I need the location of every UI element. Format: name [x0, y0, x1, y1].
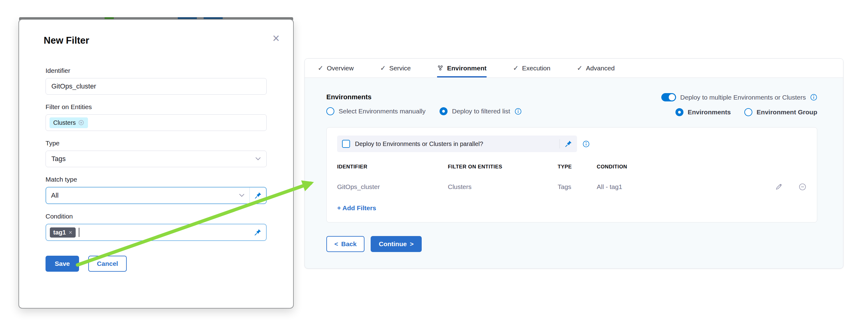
identifier-input[interactable]: GitOps_cluster [45, 78, 267, 95]
info-icon[interactable] [515, 108, 522, 115]
radio-icon[interactable] [327, 107, 334, 115]
radio-label: Select Environments manually [339, 107, 425, 115]
chevron-down-icon [255, 157, 261, 161]
filter-on-entities-input[interactable]: Clusters [45, 114, 267, 131]
tab-service[interactable]: ✓ Service [380, 59, 411, 77]
radio-label: Deploy to filtered list [452, 107, 510, 115]
radio-label: Environment Group [757, 108, 817, 116]
col-header-type: TYPE [558, 164, 597, 170]
parallel-option-bar: Deploy to Environments or Clusters in pa… [337, 135, 577, 152]
cell-entities: Clusters [448, 183, 558, 191]
chevron-down-icon [239, 194, 245, 197]
back-label: Back [341, 240, 356, 248]
radio-environment-group[interactable]: Environment Group [744, 108, 817, 116]
chevron-left-icon: < [334, 240, 338, 248]
tab-overview[interactable]: ✓ Overview [318, 59, 354, 77]
check-icon: ✓ [380, 64, 386, 72]
toggle-label: Deploy to multiple Environments or Clust… [680, 94, 806, 101]
entity-tag-label: Clusters [53, 119, 76, 126]
condition-label: Condition [45, 213, 267, 220]
check-icon: ✓ [513, 64, 519, 72]
radio-label: Environments [688, 108, 731, 116]
environment-step-panel: ✓ Overview ✓ Service Environment ✓ Execu… [305, 58, 843, 269]
type-select[interactable]: Tags [45, 151, 267, 167]
modal-title: New Filter [44, 35, 267, 46]
identifier-label: Identifier [45, 67, 267, 74]
edit-icon[interactable] [775, 183, 782, 191]
radio-icon[interactable] [744, 108, 752, 116]
environment-content: Environments Select Environments manuall… [305, 78, 843, 252]
match-type-label: Match type [45, 176, 267, 183]
condition-tag-label: tag1 [53, 229, 66, 236]
type-label: Type [45, 139, 267, 147]
identifier-group: Identifier GitOps_cluster [45, 67, 267, 95]
back-button[interactable]: < Back [327, 236, 365, 252]
radio-icon-selected[interactable] [676, 108, 683, 116]
match-type-select[interactable]: All [45, 187, 267, 204]
entity-tag[interactable]: Clusters [50, 118, 88, 128]
continue-label: Continue [379, 240, 407, 248]
tab-advanced[interactable]: ✓ Advanced [577, 59, 615, 77]
table-row[interactable]: GitOps_cluster Clusters Tags All - tag1 [337, 183, 806, 191]
col-header-identifier: IDENTIFIER [337, 164, 448, 170]
remove-tag-icon[interactable] [78, 120, 84, 126]
radio-environments[interactable]: Environments [676, 108, 731, 116]
tab-label: Environment [447, 65, 486, 72]
tab-label: Execution [522, 65, 550, 72]
pipeline-tabbar: ✓ Overview ✓ Service Environment ✓ Execu… [305, 59, 843, 78]
environments-right: Deploy to multiple Environments or Clust… [661, 93, 817, 116]
radio-icon-selected[interactable] [439, 107, 447, 115]
cell-type: Tags [558, 183, 597, 191]
save-button[interactable]: Save [45, 256, 79, 272]
identifier-value: GitOps_cluster [51, 83, 96, 90]
remove-row-icon[interactable] [799, 183, 806, 191]
screenshot-stage: × New Filter Identifier GitOps_cluster F… [0, 0, 868, 327]
tab-label: Service [389, 65, 411, 72]
chevron-right-icon: > [410, 240, 413, 248]
condition-input[interactable]: tag1 × [45, 224, 267, 241]
tab-environment[interactable]: Environment [437, 59, 486, 77]
filters-card: Deploy to Environments or Clusters in pa… [327, 127, 817, 223]
divider [559, 139, 560, 149]
modal-actions: Save Cancel [45, 256, 267, 272]
remove-tag-icon[interactable]: × [69, 229, 72, 236]
add-filters-link[interactable]: + Add Filters [337, 204, 376, 212]
filter-on-entities-label: Filter on Entities [45, 103, 267, 111]
radio-deploy-filtered[interactable]: Deploy to filtered list [439, 107, 521, 115]
cancel-button[interactable]: Cancel [88, 256, 127, 272]
match-type-value: All [51, 192, 58, 199]
type-value: Tags [51, 155, 65, 163]
parallel-checkbox[interactable] [342, 140, 350, 148]
environments-left: Environments Select Environments manuall… [327, 93, 522, 115]
col-header-entities: FILTER ON ENTITIES [448, 164, 558, 170]
tab-label: Overview [327, 65, 354, 72]
check-icon: ✓ [318, 64, 323, 72]
type-group: Type Tags [45, 139, 267, 167]
pin-icon[interactable] [249, 188, 266, 203]
text-cursor [79, 228, 80, 237]
table-header-row: IDENTIFIER FILTER ON ENTITIES TYPE CONDI… [337, 164, 806, 170]
continue-button[interactable]: Continue > [371, 236, 422, 252]
cell-identifier: GitOps_cluster [337, 183, 448, 191]
info-icon[interactable] [810, 94, 817, 101]
new-filter-modal: × New Filter Identifier GitOps_cluster F… [19, 19, 294, 308]
radio-select-manually[interactable]: Select Environments manually [327, 107, 425, 115]
condition-tag[interactable]: tag1 × [50, 227, 76, 237]
close-icon[interactable]: × [273, 32, 280, 44]
match-type-group: Match type All [45, 176, 267, 204]
col-header-condition: CONDITION [597, 164, 761, 170]
step-navigation: < Back Continue > [327, 236, 817, 252]
pin-icon[interactable] [565, 140, 572, 148]
filter-on-entities-group: Filter on Entities Clusters [45, 103, 267, 131]
parallel-label: Deploy to Environments or Clusters in pa… [355, 140, 555, 148]
pin-icon[interactable] [249, 224, 266, 240]
condition-group: Condition tag1 × [45, 213, 267, 241]
tab-label: Advanced [586, 65, 615, 72]
multi-env-toggle[interactable] [661, 93, 676, 101]
cell-condition: All - tag1 [597, 183, 761, 191]
info-icon[interactable] [583, 140, 590, 148]
check-icon: ✓ [577, 64, 582, 72]
environment-tab-icon [437, 65, 443, 71]
filters-table: IDENTIFIER FILTER ON ENTITIES TYPE CONDI… [337, 164, 806, 191]
tab-execution[interactable]: ✓ Execution [513, 59, 551, 77]
